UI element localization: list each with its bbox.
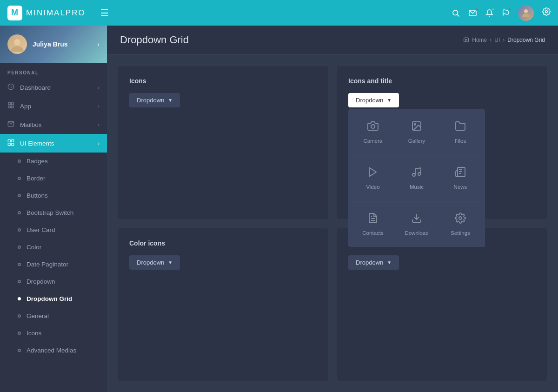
user-avatar[interactable] [518,5,534,21]
panel-icons-title: Icons and title Dropdown ▼ Camera [337,66,547,219]
grid-item-video[interactable]: Video [352,159,394,197]
sidebar-item-dropdown[interactable]: Dropdown [0,273,107,290]
news-icon [455,166,466,180]
sidebar-item-bootstrap-switch[interactable]: Bootstrap Switch [0,204,107,221]
svg-point-17 [371,125,375,128]
top-navbar: M MINIMALPRO ☰ [0,0,558,26]
download-label: Download [405,230,428,236]
icons-title-dropdown-wrapper: Dropdown ▼ Camera [348,93,399,107]
sidebar-item-buttons[interactable]: Buttons [0,187,107,204]
dropdown-dot [18,280,21,283]
download-icon [411,213,422,226]
sidebar-dropdown-label: Dropdown [27,278,100,285]
gallery-label: Gallery [408,138,425,144]
sidebar-item-border[interactable]: Border [0,170,107,187]
sidebar-date-paginator-label: Date Paginator [27,261,100,268]
breadcrumb-ui[interactable]: UI [494,37,500,43]
settings-button[interactable] [542,7,551,18]
panel-icons: Icons Dropdown ▼ [118,66,328,219]
svg-point-22 [418,173,421,175]
sidebar-app-label: App [20,103,92,110]
svg-point-21 [412,173,415,176]
badges-dot [18,159,21,163]
svg-line-1 [457,14,459,16]
main-content: Dropdown Grid Home › UI › Dropdown Grid … [107,26,558,392]
date-paginator-dot [18,263,21,266]
content-body: Icons Dropdown ▼ Icons and title Dropdow… [107,55,558,392]
color-icons-dropdown-wrapper: Dropdown ▼ [129,255,180,270]
icons-dropdown-wrapper: Dropdown ▼ [129,93,180,107]
sidebar-dashboard-label: Dashboard [20,84,92,91]
music-label: Music [410,184,424,190]
user-card-dot [18,228,21,232]
hamburger-icon[interactable]: ☰ [100,7,109,19]
sidebar-user[interactable]: Juliya Brus › [0,26,107,63]
sidebar-item-advanced-medias[interactable]: Advanced Medias [0,342,107,359]
svg-rect-11 [8,106,10,108]
grid-item-files[interactable]: Files [439,113,481,151]
files-icon [455,120,466,134]
breadcrumb-home[interactable]: Home [472,37,487,43]
grid-item-gallery[interactable]: Gallery [396,113,438,151]
svg-rect-8 [8,103,10,105]
main-layout: Juliya Brus › PERSONAL Dashboard › App ›… [0,26,558,392]
grid-item-camera[interactable]: Camera [352,113,394,151]
panel-color-icons-title: Color icons and title Dropdown ▼ [337,228,547,381]
sidebar-item-ui-elements[interactable]: UI Elements › [0,134,107,153]
color-icons-dropdown-button[interactable]: Dropdown ▼ [129,255,180,270]
sidebar-bootstrap-label: Bootstrap Switch [27,209,100,216]
svg-rect-14 [12,140,14,142]
svg-rect-15 [8,143,10,146]
sidebar-item-color[interactable]: Color [0,239,107,256]
color-icons-title-dropdown-wrapper: Dropdown ▼ [348,255,399,270]
dropdown-grid-menu: Camera Gallery Files [348,109,485,247]
mail-button[interactable] [468,9,477,17]
grid-item-settings[interactable]: Settings [439,205,481,243]
music-icon [411,166,422,180]
brand-name: MINIMALPRO [26,8,86,18]
bell-badge [492,7,495,11]
svg-point-4 [524,9,528,13]
sidebar-item-user-card[interactable]: User Card [0,221,107,239]
sidebar-item-app[interactable]: App › [0,97,107,115]
bell-button[interactable] [485,9,493,17]
grid-item-contacts[interactable]: Contacts [352,205,394,243]
sidebar-advanced-medias-label: Advanced Medias [27,347,100,354]
sidebar-item-dashboard[interactable]: Dashboard › [0,78,107,97]
sidebar-item-dropdown-grid[interactable]: Dropdown Grid [0,290,107,307]
icons-dropdown-button[interactable]: Dropdown ▼ [129,93,180,107]
sidebar-item-badges[interactable]: Badges [0,153,107,170]
camera-icon [367,120,379,134]
buttons-dot [18,194,21,197]
contacts-label: Contacts [362,230,383,236]
grid-item-news[interactable]: News [439,159,481,197]
grid-item-download[interactable]: Download [396,205,438,243]
svg-rect-10 [12,106,13,108]
sidebar-item-general[interactable]: General [0,307,107,325]
icons-title-dropdown-button[interactable]: Dropdown ▼ [348,93,399,107]
panel-color-icons-title: Color icons [129,239,317,247]
sidebar: Juliya Brus › PERSONAL Dashboard › App ›… [0,26,107,392]
ui-elements-icon [7,139,14,147]
logo-icon: M [7,6,22,20]
color-icons-title-dropdown-button[interactable]: Dropdown ▼ [348,255,399,270]
app-arrow: › [98,103,100,109]
sidebar-ui-elements-label: UI Elements [20,140,92,147]
grid-item-music[interactable]: Music [396,159,438,197]
dashboard-icon [7,83,14,92]
contacts-icon [367,213,379,226]
icons-title-dropdown-arrow: ▼ [387,98,392,103]
search-button[interactable] [452,9,460,17]
sidebar-item-date-paginator[interactable]: Date Paginator [0,256,107,273]
flag-button[interactable] [502,9,510,17]
logo[interactable]: M MINIMALPRO [7,6,86,20]
sidebar-color-label: Color [27,244,100,251]
sidebar-user-card-label: User Card [27,226,100,233]
color-icons-title-dropdown-label: Dropdown [356,259,383,266]
grid-divider-2 [352,201,481,201]
sidebar-border-label: Border [27,175,100,182]
breadcrumb-current: Dropdown Grid [507,37,545,43]
sidebar-item-mailbox[interactable]: Mailbox › [0,115,107,134]
sidebar-item-icons[interactable]: Icons [0,325,107,342]
sidebar-badges-label: Badges [27,158,100,165]
